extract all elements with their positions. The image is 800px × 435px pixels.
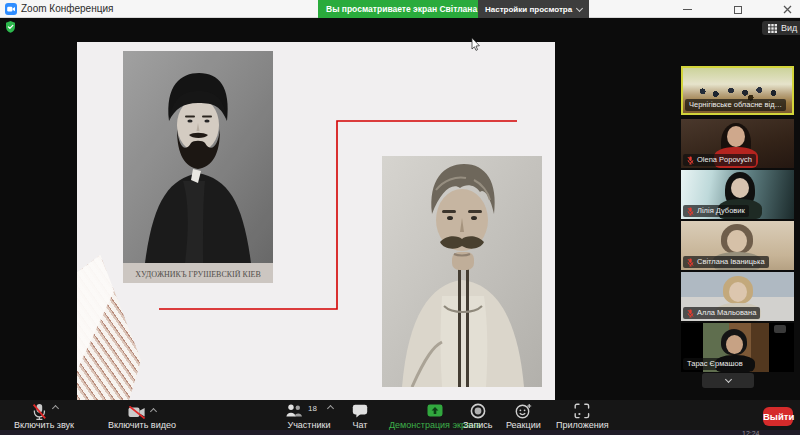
participant-name: Тарас Єрмашов (687, 359, 743, 369)
start-video-button[interactable]: Включить видео (108, 403, 176, 430)
chat-label: Чат (353, 420, 368, 430)
encryption-shield-icon[interactable] (5, 21, 16, 33)
view-settings-button[interactable]: Настройки просмотра (478, 0, 589, 18)
slide-red-line (77, 42, 555, 400)
meeting-stage: Вид (0, 18, 800, 430)
apps-button[interactable]: Приложения (556, 403, 609, 430)
record-button[interactable]: Запись (463, 403, 493, 430)
leave-meeting-button[interactable]: Выйти (763, 407, 793, 426)
zoom-app-icon (5, 3, 17, 15)
reactions-icon (515, 403, 532, 419)
shared-screen-slide: ХУДОЖНИКЪ ГРУШЕВСКІЙ КІЕВ (77, 42, 555, 400)
minimize-icon (683, 9, 692, 11)
apps-label: Приложения (556, 420, 609, 430)
participant-face (731, 178, 749, 198)
close-button[interactable] (777, 3, 797, 16)
os-taskbar-strip: 12:24 (0, 430, 800, 435)
view-settings-label: Настройки просмотра (485, 5, 572, 14)
participant-name-badge: Olena Popovych (683, 154, 756, 166)
share-screen-icon (427, 404, 443, 418)
participant-name-badge: Лілія Дубовик (683, 205, 749, 217)
chat-icon (352, 404, 368, 418)
participants-icon (285, 403, 303, 418)
participants-label: Участники (287, 420, 330, 430)
maximize-button[interactable] (728, 3, 748, 16)
participant-name: Чернігівське обласне від… (689, 100, 782, 110)
muted-mic-icon (687, 309, 694, 318)
chevron-down-icon (576, 4, 583, 11)
participant-face (726, 335, 743, 354)
participant-tile-chernihivske[interactable]: Чернігівське обласне від… (681, 66, 794, 115)
view-button-label: Вид (781, 23, 797, 33)
participant-tile-lilia-dubovyk[interactable]: Лілія Дубовик (681, 170, 794, 219)
close-icon (783, 5, 792, 14)
chevron-down-icon (724, 376, 731, 383)
participants-button[interactable]: 18 Участники (285, 403, 333, 430)
participant-tile-taras-yermashov[interactable]: Тарас Єрмашов (681, 323, 794, 372)
participant-face (727, 126, 745, 147)
video-options-chevron[interactable] (150, 408, 157, 415)
participant-tile-alla-malovana[interactable]: Алла Мальована (681, 272, 794, 321)
mic-options-chevron[interactable] (51, 405, 58, 412)
participant-name: Лілія Дубовик (697, 206, 745, 216)
participant-name: Алла Мальована (697, 308, 756, 318)
participant-tile-olena-popovych[interactable]: Olena Popovych (681, 119, 794, 168)
participant-name-badge: Світлана Іваницька (683, 256, 769, 268)
participant-name-badge: Алла Мальована (683, 307, 760, 319)
grid-view-icon (768, 24, 777, 33)
tile-menu-icon[interactable] (774, 325, 786, 333)
participants-options-chevron[interactable] (327, 405, 334, 412)
minimize-button[interactable] (677, 3, 697, 16)
taskbar-clock: 12:24 (742, 430, 760, 435)
reactions-button[interactable]: Реакции (506, 403, 541, 430)
participant-tile-svitlana-ivanytska[interactable]: Світлана Іваницька (681, 221, 794, 270)
unmute-button[interactable]: Включить звук (14, 403, 74, 430)
meeting-toolbar: Включить звук Включить видео (0, 400, 800, 430)
participant-name: Світлана Іваницька (697, 257, 765, 267)
muted-mic-icon (687, 156, 694, 165)
window-titlebar: Zoom Конференция Вы просматриваете экран… (0, 0, 800, 18)
muted-mic-icon (687, 207, 694, 216)
camera-off-icon (128, 406, 146, 419)
view-layout-button[interactable]: Вид (762, 21, 800, 35)
mouse-cursor (471, 38, 481, 52)
mic-muted-icon (31, 403, 48, 420)
participant-face (729, 282, 747, 302)
apps-icon (574, 403, 590, 419)
record-label: Запись (463, 420, 493, 430)
record-icon (470, 403, 486, 419)
participant-name-badge: Чернігівське обласне від… (685, 99, 786, 111)
reactions-label: Реакции (506, 420, 541, 430)
participant-face (727, 230, 747, 252)
unmute-label: Включить звук (14, 420, 74, 430)
participant-name: Olena Popovych (697, 155, 752, 165)
chat-button[interactable]: Чат (352, 403, 368, 430)
maximize-icon (734, 6, 742, 14)
window-title: Zoom Конференция (21, 3, 113, 14)
participant-name-badge: Тарас Єрмашов (683, 358, 747, 370)
muted-mic-icon (687, 258, 694, 267)
start-video-label: Включить видео (108, 420, 176, 430)
tiles-collapse-button[interactable] (702, 373, 754, 388)
participants-count-badge: 18 (308, 404, 317, 413)
